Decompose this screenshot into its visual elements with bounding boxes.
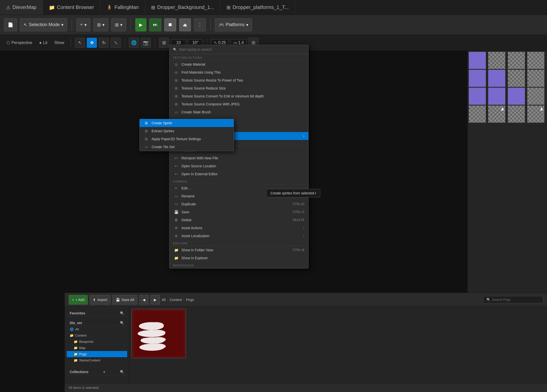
add-collection-icon[interactable]: +: [103, 370, 105, 374]
cm-duplicate[interactable]: ▭ Duplicate CTRL+D: [169, 200, 308, 208]
warning-icon: ⚠: [6, 4, 10, 10]
cm-asset-localization[interactable]: ⚙ Asset Localization ›: [169, 232, 308, 240]
cm-show-folder-view[interactable]: 📁 Show in Folder View CTRL+B: [169, 246, 308, 254]
cm-find-materials[interactable]: ◎ Find Materials Using This: [169, 68, 308, 76]
file-button[interactable]: 📄: [4, 18, 17, 31]
eject-button[interactable]: ⏏: [179, 18, 191, 31]
tab-fallingman-label: FallingMan: [114, 4, 139, 10]
edit-label: Edit...: [181, 186, 190, 190]
tab-contentbrowser[interactable]: 📁 Content Browser: [43, 0, 100, 15]
cm-resize-power-two[interactable]: ⊞ Texture Source Resize To Power of Two: [169, 76, 308, 84]
search-favorites-icon[interactable]: 🔍: [120, 311, 124, 315]
breadcrumb-all[interactable]: All: [162, 298, 166, 302]
add-content-button[interactable]: + + Add: [69, 295, 88, 305]
grid-icon-tab1: ⊞: [151, 4, 155, 10]
play-button[interactable]: ▶: [135, 18, 146, 31]
cm-open-external-editor[interactable]: ↩ Open In External Editor: [169, 170, 308, 178]
cm-save[interactable]: 💾 Save CTRL+S: [169, 208, 308, 216]
svg-point-11: [151, 344, 166, 349]
scale-mode-btn[interactable]: ⤡: [111, 38, 121, 48]
move-mode-btn[interactable]: ✥: [87, 38, 97, 48]
breadcrumb-pngs[interactable]: Pngs: [186, 298, 194, 302]
content-browser-toolbar: + + Add ⬆ Import 💾 Save All ◀ ▶ All › Co…: [65, 293, 547, 307]
folder-icon-content: 📁: [70, 334, 74, 337]
asset-loc-icon: ⚙: [173, 234, 179, 238]
step-button[interactable]: ⏭: [149, 18, 161, 31]
forward-button[interactable]: ▶: [151, 295, 160, 305]
cm-reimport-new-file[interactable]: ↩ Reimport With New File: [169, 154, 308, 162]
reduce-size-label: Texture Source Reduce Size: [181, 86, 225, 90]
search-pngs: 🔍: [483, 296, 543, 303]
transform-button[interactable]: ⊞ ▾: [111, 18, 126, 31]
cm-delete[interactable]: 🗑 Delete DELETE: [169, 216, 308, 224]
asset-loc-arrow-icon: ›: [303, 234, 304, 238]
tree-item-all[interactable]: 🌐 All: [67, 326, 127, 332]
import-button[interactable]: ⬆ Import: [90, 295, 110, 305]
vp-sep-1: [71, 38, 71, 47]
cm-create-material[interactable]: ◎ Create Material: [169, 60, 308, 68]
back-button[interactable]: ◀: [139, 295, 149, 305]
perspective-button[interactable]: ⬡ Perspective: [4, 39, 35, 46]
delete-shortcut: DELETE: [293, 218, 304, 222]
show-button[interactable]: Show: [52, 39, 67, 46]
save-all-button[interactable]: 💾 Save All: [112, 295, 137, 305]
tab-dropper-plat[interactable]: ⊞ Dropper_platforms_1_T...: [220, 0, 295, 15]
cm-show-explorer[interactable]: 📁 Show in Explorer: [169, 254, 308, 262]
sm-apply-paper2d[interactable]: ⊞ Apply Paper2D Texture Settings: [140, 135, 234, 143]
import-label: Import: [97, 298, 107, 302]
cm-open-source-location[interactable]: ↩ Open Source Location: [169, 162, 308, 170]
cm-create-slate-brush[interactable]: ▭ Create Slate Brush: [169, 108, 308, 116]
tree-item-blueprints[interactable]: 📁 Blueprints: [67, 339, 127, 345]
eject-icon: ⏏: [183, 22, 187, 28]
lit-button[interactable]: ● Lit: [37, 39, 50, 46]
folder-icon-starter: 📁: [74, 358, 78, 362]
tooltip-text: Create sprites from selected t: [271, 191, 316, 195]
platforms-button[interactable]: 🎮 Platforms ▾: [215, 18, 252, 31]
cursor-mode-btn[interactable]: ↖: [75, 38, 85, 48]
tree-item-content[interactable]: 📁 Content: [67, 332, 127, 339]
sm-create-sprite[interactable]: ⊞ Create Sprite: [140, 119, 234, 127]
import-icon: ⬆: [93, 298, 96, 302]
gamepad-icon: 🎮: [219, 22, 224, 28]
separator-2: [131, 19, 131, 31]
search-collections-icon[interactable]: 🔍: [120, 370, 124, 374]
file-icon: 📄: [8, 22, 13, 28]
cm-compress-jpeg[interactable]: ⊞ Texture Source Compress With JPEG: [169, 100, 308, 108]
selection-mode-button[interactable]: ↖ Selection Mode ▾: [20, 18, 67, 31]
grid-icon-cm1: ⊞: [173, 78, 179, 82]
search-dievever-icon[interactable]: 🔍: [120, 321, 124, 325]
tab-dropper-bg[interactable]: ⊞ Dropper_Background_1...: [145, 0, 220, 15]
add-button[interactable]: + ▾: [76, 18, 90, 31]
snap-button[interactable]: ⊞ ▾: [93, 18, 108, 31]
breadcrumb-content[interactable]: Content: [170, 298, 182, 302]
rotate-mode-btn[interactable]: ↻: [99, 38, 109, 48]
world-local-btn[interactable]: 🌐: [129, 38, 139, 48]
person-icon: 🧍: [106, 4, 112, 10]
tree-item-startercontent[interactable]: 📁 StarterContent: [67, 357, 127, 363]
cm-reduce-size[interactable]: ⊞ Texture Source Reduce Size: [169, 84, 308, 92]
grid-view-btn[interactable]: ⊞: [159, 38, 169, 48]
sm-create-tile-set[interactable]: ▭ Create Tile Set: [140, 143, 234, 151]
save-label: Save: [181, 210, 189, 214]
die-ver-label: Die_ver: [70, 321, 82, 325]
stop-button[interactable]: ⏹: [164, 18, 176, 31]
rect-icon-cm1: ▭: [173, 110, 179, 114]
external-icon: ↩: [173, 172, 179, 176]
perspective-label: Perspective: [11, 41, 32, 45]
sm-extract-sprites[interactable]: ⊞ Extract Sprites: [140, 127, 234, 135]
search-input[interactable]: [492, 298, 540, 302]
main-toolbar: 📄 ↖ Selection Mode ▾ + ▾ ⊞ ▾ ⊞ ▾ ▶ ⏭ ⏹ ⏏…: [0, 15, 547, 35]
more-button[interactable]: ⋮: [194, 18, 206, 31]
tree-item-map[interactable]: 📁 Map: [67, 345, 127, 351]
cm-asset-actions[interactable]: ⚙ Asset Actions ›: [169, 224, 308, 232]
asset-thumb-clouds[interactable]: [131, 309, 186, 358]
tree-item-pngs[interactable]: 📁 Pngs: [67, 351, 127, 357]
cm-convert-8bit[interactable]: ⊞ Texture Source Convert To 8 bit or min…: [169, 92, 308, 100]
camera-speed-btn[interactable]: 📷: [141, 38, 151, 48]
startercontent-label: StarterContent: [79, 358, 100, 362]
tab-dievemap[interactable]: ⚠ DieverMap: [0, 0, 43, 15]
separator-3: [210, 19, 211, 31]
context-menu-search-input[interactable]: [179, 47, 305, 51]
folder-icon-map: 📁: [74, 346, 78, 350]
tab-fallingman[interactable]: 🧍 FallingMan: [100, 0, 145, 15]
